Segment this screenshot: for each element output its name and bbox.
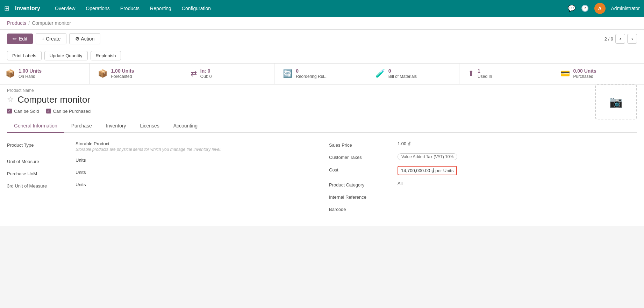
stat-on-hand[interactable]: 📦 1.00 Units On Hand bbox=[0, 64, 90, 84]
reordering-icon: 🔄 bbox=[283, 69, 292, 78]
create-button[interactable]: + Create bbox=[36, 33, 66, 44]
cost-label: Cost bbox=[329, 166, 392, 173]
product-tabs: General Information Purchase Inventory L… bbox=[7, 119, 637, 133]
used-in-value: 1 bbox=[478, 68, 492, 74]
product-name-label: Product Name bbox=[7, 88, 91, 93]
tab-general-information[interactable]: General Information bbox=[7, 119, 64, 133]
pager-count: 2 / 9 bbox=[604, 36, 613, 42]
form-content: Product Type Storable Product Storable p… bbox=[0, 133, 644, 226]
chat-icon[interactable]: 💬 bbox=[568, 5, 575, 12]
breadcrumb-separator: / bbox=[28, 20, 30, 26]
camera-icon: 📷 bbox=[609, 95, 623, 109]
form-right: Sales Price 1.00 ₫ Customer Taxes Value … bbox=[329, 141, 637, 218]
grid-icon[interactable]: ⊞ bbox=[4, 5, 9, 12]
can-be-sold-label: Can be Sold bbox=[14, 109, 39, 114]
cost-row: Cost 14,700,000.00 ₫ per Units bbox=[329, 166, 637, 175]
top-navigation: ⊞ Inventory Overview Operations Products… bbox=[0, 0, 644, 17]
stat-reordering[interactable]: 🔄 0 Reordering Rul... bbox=[274, 64, 367, 84]
nav-right-section: 💬 🕐 A Administrator bbox=[568, 3, 640, 14]
on-hand-label: On Hand bbox=[19, 74, 42, 80]
reordering-label: Reordering Rul... bbox=[296, 74, 328, 80]
update-quantity-button[interactable]: Update Quantity bbox=[44, 51, 88, 60]
toolbar: ✏ Edit + Create ⚙ Action 2 / 9 ‹ › bbox=[0, 30, 644, 48]
on-hand-icon: 📦 bbox=[6, 69, 15, 78]
can-be-purchased-checkbox[interactable] bbox=[46, 109, 51, 113]
can-be-purchased-label: Can be Purchased bbox=[53, 109, 91, 114]
replenish-button[interactable]: Replenish bbox=[91, 51, 121, 60]
uom-value: Units bbox=[76, 157, 315, 163]
menu-configuration[interactable]: Configuration bbox=[177, 3, 216, 13]
third-uom-label: 3rd Unit of Measure bbox=[7, 182, 70, 189]
product-category-row: Product Category All bbox=[329, 181, 637, 188]
favorite-star-icon[interactable]: ☆ bbox=[7, 95, 14, 104]
breadcrumb: Products / Computer monitor bbox=[0, 17, 644, 30]
avatar[interactable]: A bbox=[594, 3, 606, 14]
edit-button[interactable]: ✏ Edit bbox=[7, 34, 33, 44]
menu-products[interactable]: Products bbox=[115, 3, 144, 13]
pager: 2 / 9 ‹ › bbox=[604, 34, 637, 44]
edit-icon: ✏ bbox=[13, 36, 17, 42]
stat-bom[interactable]: 🧪 0 Bill of Materials bbox=[367, 64, 459, 84]
cost-field[interactable]: 14,700,000.00 ₫ per Units bbox=[398, 166, 457, 175]
uom-row: Unit of Measure Units bbox=[7, 157, 315, 164]
action-bar: Print Labels Update Quantity Replenish bbox=[0, 48, 644, 64]
stats-bar: 📦 1.00 Units On Hand 📦 1.00 Units Foreca… bbox=[0, 64, 644, 84]
product-header-wrapper: Product Name ☆ Computer monitor Can be S… bbox=[0, 85, 644, 119]
form-left: Product Type Storable Product Storable p… bbox=[7, 141, 315, 218]
purchased-icon: 💳 bbox=[560, 69, 570, 78]
internal-ref-row: Internal Reference bbox=[329, 193, 637, 200]
transfers-icon: ⇄ bbox=[191, 69, 197, 78]
main-menu: Overview Operations Products Reporting C… bbox=[50, 3, 216, 13]
bom-value: 0 bbox=[388, 68, 417, 74]
can-be-sold-flag: Can be Sold bbox=[7, 109, 39, 114]
internal-ref-label: Internal Reference bbox=[329, 193, 392, 200]
forecasted-label: Forecasted bbox=[111, 74, 134, 80]
print-labels-button[interactable]: Print Labels bbox=[7, 51, 42, 60]
breadcrumb-current: Computer monitor bbox=[32, 20, 71, 26]
purchased-label: Purchased bbox=[573, 74, 596, 80]
pager-next[interactable]: › bbox=[627, 34, 637, 44]
transfers-out: Out: 0 bbox=[200, 74, 212, 80]
sales-price-row: Sales Price 1.00 ₫ bbox=[329, 141, 637, 148]
stat-forecasted[interactable]: 📦 1.00 Units Forecasted bbox=[90, 64, 182, 84]
bom-label: Bill of Materials bbox=[388, 74, 417, 80]
product-type-label: Product Type bbox=[7, 141, 70, 148]
used-in-label: Used In bbox=[478, 74, 492, 80]
tab-purchase[interactable]: Purchase bbox=[64, 119, 99, 133]
menu-overview[interactable]: Overview bbox=[50, 3, 80, 13]
tab-inventory[interactable]: Inventory bbox=[99, 119, 133, 133]
purchased-value: 0.00 Units bbox=[573, 68, 596, 74]
app-title: Inventory bbox=[15, 5, 40, 12]
tab-accounting[interactable]: Accounting bbox=[166, 119, 205, 133]
reordering-value: 0 bbox=[296, 68, 328, 74]
product-category-label: Product Category bbox=[329, 181, 392, 188]
stat-purchased[interactable]: 💳 0.00 Units Purchased bbox=[552, 64, 644, 84]
stat-used-in[interactable]: ⬆ 1 Used In bbox=[459, 64, 552, 84]
tab-licenses[interactable]: Licenses bbox=[133, 119, 166, 133]
user-name: Administrator bbox=[611, 6, 640, 11]
can-be-sold-checkbox[interactable] bbox=[7, 109, 12, 113]
clock-icon[interactable]: 🕐 bbox=[581, 5, 589, 12]
product-type-row: Product Type Storable Product Storable p… bbox=[7, 141, 315, 152]
purchase-uom-label: Purchase UoM bbox=[7, 170, 70, 176]
breadcrumb-parent[interactable]: Products bbox=[7, 20, 26, 26]
cost-value: 14,700,000.00 ₫ per Units bbox=[401, 168, 453, 173]
menu-operations[interactable]: Operations bbox=[81, 3, 114, 13]
purchase-uom-row: Purchase UoM Units bbox=[7, 170, 315, 176]
purchase-uom-value: Units bbox=[76, 170, 315, 175]
product-title: Computer monitor bbox=[17, 94, 90, 105]
customer-taxes-row: Customer Taxes Value Added Tax (VAT) 10% bbox=[329, 153, 637, 160]
product-image[interactable]: 📷 bbox=[595, 85, 637, 119]
action-button[interactable]: ⚙ Action bbox=[69, 33, 100, 44]
product-header: Product Name ☆ Computer monitor Can be S… bbox=[7, 85, 91, 119]
transfers-in: In: 0 bbox=[200, 68, 212, 74]
vat-badge[interactable]: Value Added Tax (VAT) 10% bbox=[398, 153, 457, 160]
customer-taxes-label: Customer Taxes bbox=[329, 153, 392, 160]
product-type-hint: Storable products are physical items for… bbox=[76, 147, 315, 152]
product-flags: Can be Sold Can be Purchased bbox=[7, 109, 91, 114]
barcode-label: Barcode bbox=[329, 205, 392, 212]
pager-prev[interactable]: ‹ bbox=[615, 34, 625, 44]
menu-reporting[interactable]: Reporting bbox=[145, 3, 176, 13]
stat-transfers[interactable]: ⇄ In: 0 Out: 0 bbox=[182, 64, 274, 84]
on-hand-value: 1.00 Units bbox=[19, 68, 42, 74]
